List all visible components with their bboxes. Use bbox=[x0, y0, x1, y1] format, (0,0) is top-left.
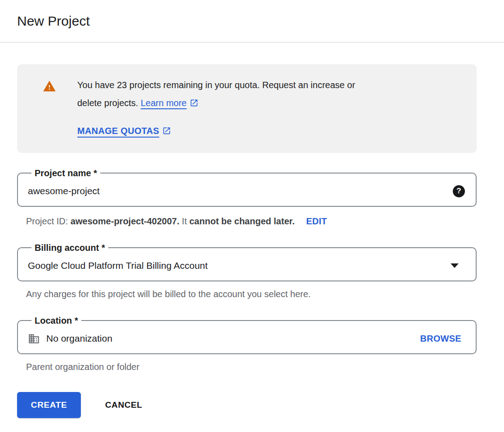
billing-account-label: Billing account * bbox=[31, 243, 108, 253]
project-id-mid: It bbox=[179, 216, 189, 226]
project-id-prefix: Project ID: bbox=[26, 216, 71, 226]
quota-message-line2: delete projects. bbox=[77, 98, 138, 108]
page-header: New Project bbox=[0, 0, 504, 43]
organization-icon bbox=[28, 333, 40, 345]
location-field: Location * No organization BROWSE bbox=[17, 316, 477, 354]
page-title: New Project bbox=[17, 13, 90, 29]
browse-button[interactable]: BROWSE bbox=[420, 334, 461, 344]
billing-account-select[interactable]: Google Cloud Platform Trial Billing Acco… bbox=[28, 253, 465, 279]
action-buttons-row: CREATE CANCEL bbox=[17, 392, 477, 418]
open-in-new-icon bbox=[162, 126, 171, 138]
project-id-value: awesome-project-402007. bbox=[71, 216, 179, 226]
create-button[interactable]: CREATE bbox=[17, 392, 81, 418]
edit-project-id-link[interactable]: EDIT bbox=[306, 216, 327, 226]
location-label: Location * bbox=[31, 316, 81, 325]
learn-more-label: Learn more bbox=[141, 98, 186, 108]
project-name-input[interactable] bbox=[28, 186, 453, 196]
location-value: No organization bbox=[46, 333, 112, 344]
location-helper-text: Parent organization or folder bbox=[26, 361, 477, 373]
billing-helper-text: Any charges for this project will be bil… bbox=[26, 288, 477, 300]
quota-message: You have 23 projects remaining in your q… bbox=[77, 76, 459, 113]
project-name-field-body bbox=[28, 178, 465, 204]
project-name-label: Project name * bbox=[31, 168, 100, 178]
banner-icon-column bbox=[17, 76, 77, 138]
manage-quotas-link[interactable]: MANAGE QUOTAS bbox=[77, 126, 171, 138]
billing-account-field: Billing account * Google Cloud Platform … bbox=[17, 243, 477, 281]
billing-account-value: Google Cloud Platform Trial Billing Acco… bbox=[28, 260, 208, 271]
help-icon[interactable] bbox=[453, 185, 465, 197]
location-field-body: No organization BROWSE bbox=[28, 325, 465, 352]
quota-message-line1: You have 23 projects remaining in your q… bbox=[77, 80, 355, 90]
arrow-drop-down-icon[interactable] bbox=[451, 263, 459, 268]
quota-warning-banner: You have 23 projects remaining in your q… bbox=[17, 64, 477, 153]
project-id-helper: Project ID: awesome-project-402007. It c… bbox=[26, 215, 477, 227]
new-project-form: You have 23 projects remaining in your q… bbox=[17, 64, 477, 418]
warning-triangle-icon bbox=[43, 87, 56, 94]
learn-more-link[interactable]: Learn more bbox=[141, 98, 199, 108]
manage-quotas-label: MANAGE QUOTAS bbox=[77, 126, 159, 136]
project-name-field: Project name * bbox=[17, 168, 477, 207]
banner-text-column: You have 23 projects remaining in your q… bbox=[77, 76, 477, 138]
open-in-new-icon bbox=[190, 95, 199, 113]
cancel-button[interactable]: CANCEL bbox=[102, 400, 145, 410]
project-id-warning: cannot be changed later. bbox=[190, 216, 295, 226]
